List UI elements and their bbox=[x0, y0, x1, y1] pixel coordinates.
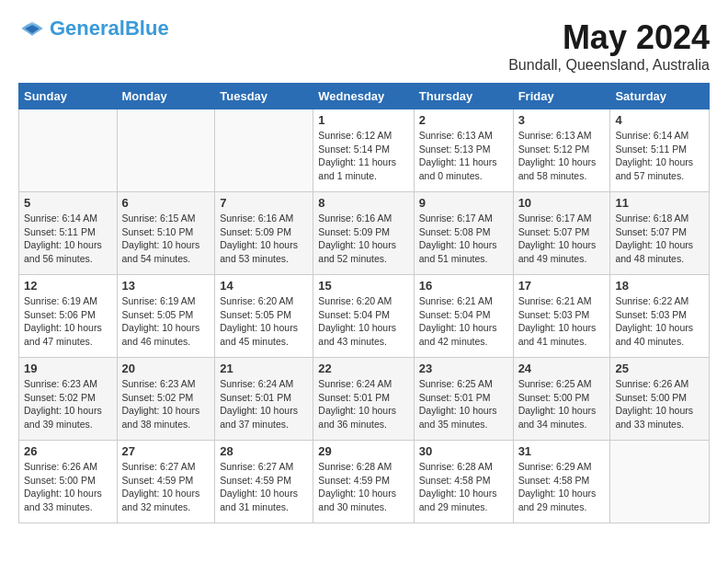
day-cell-29: 27Sunrise: 6:27 AMSunset: 4:59 PMDayligh… bbox=[117, 441, 215, 523]
weekday-thursday: Thursday bbox=[414, 84, 513, 109]
day-cell-32: 30Sunrise: 6:28 AMSunset: 4:58 PMDayligh… bbox=[414, 441, 513, 523]
day-info: Sunrise: 6:23 AMSunset: 5:02 PMDaylight:… bbox=[122, 377, 210, 431]
day-number: 20 bbox=[122, 362, 210, 375]
weekday-monday: Monday bbox=[117, 84, 215, 109]
day-cell-10: 8Sunrise: 6:16 AMSunset: 5:09 PMDaylight… bbox=[313, 192, 414, 275]
day-info: Sunrise: 6:16 AMSunset: 5:09 PMDaylight:… bbox=[318, 212, 408, 266]
day-info: Sunrise: 6:26 AMSunset: 5:00 PMDaylight:… bbox=[24, 460, 112, 514]
calendar-table: SundayMondayTuesdayWednesdayThursdayFrid… bbox=[18, 83, 710, 523]
day-number: 31 bbox=[518, 444, 606, 458]
day-info: Sunrise: 6:18 AMSunset: 5:07 PMDaylight:… bbox=[615, 212, 704, 266]
day-cell-7: 5Sunrise: 6:14 AMSunset: 5:11 PMDaylight… bbox=[19, 192, 118, 275]
day-cell-12: 10Sunrise: 6:17 AMSunset: 5:07 PMDayligh… bbox=[513, 192, 610, 275]
weekday-saturday: Saturday bbox=[610, 84, 710, 109]
weekday-wednesday: Wednesday bbox=[313, 84, 414, 109]
day-number: 28 bbox=[220, 444, 308, 458]
day-cell-6: 4Sunrise: 6:14 AMSunset: 5:11 PMDaylight… bbox=[610, 109, 710, 192]
day-number: 15 bbox=[318, 279, 408, 293]
day-cell-34 bbox=[610, 441, 710, 523]
title-area: May 2024 Bundall, Queensland, Australia bbox=[508, 18, 710, 74]
day-cell-27: 25Sunrise: 6:26 AMSunset: 5:00 PMDayligh… bbox=[610, 358, 710, 441]
day-info: Sunrise: 6:24 AMSunset: 5:01 PMDaylight:… bbox=[220, 377, 308, 431]
day-number: 18 bbox=[615, 279, 704, 293]
day-cell-31: 29Sunrise: 6:28 AMSunset: 4:59 PMDayligh… bbox=[313, 441, 414, 523]
day-number: 25 bbox=[615, 362, 704, 375]
day-number: 23 bbox=[419, 362, 508, 375]
day-info: Sunrise: 6:21 AMSunset: 5:03 PMDaylight:… bbox=[518, 294, 606, 349]
weekday-sunday: Sunday bbox=[19, 84, 118, 109]
day-number: 17 bbox=[518, 279, 606, 293]
day-number: 4 bbox=[615, 113, 704, 127]
day-info: Sunrise: 6:13 AMSunset: 5:12 PMDaylight:… bbox=[518, 129, 606, 183]
day-cell-8: 6Sunrise: 6:15 AMSunset: 5:10 PMDaylight… bbox=[117, 192, 215, 275]
day-info: Sunrise: 6:26 AMSunset: 5:00 PMDaylight:… bbox=[615, 377, 704, 431]
day-cell-20: 18Sunrise: 6:22 AMSunset: 5:03 PMDayligh… bbox=[610, 275, 710, 358]
day-number: 22 bbox=[318, 362, 408, 375]
weekday-header-row: SundayMondayTuesdayWednesdayThursdayFrid… bbox=[19, 84, 710, 109]
day-info: Sunrise: 6:27 AMSunset: 4:59 PMDaylight:… bbox=[122, 460, 210, 514]
day-number: 27 bbox=[122, 444, 210, 458]
day-number: 16 bbox=[419, 279, 508, 293]
week-row-5: 26Sunrise: 6:26 AMSunset: 5:00 PMDayligh… bbox=[19, 441, 710, 523]
day-cell-19: 17Sunrise: 6:21 AMSunset: 5:03 PMDayligh… bbox=[513, 275, 610, 358]
day-cell-13: 11Sunrise: 6:18 AMSunset: 5:07 PMDayligh… bbox=[610, 192, 710, 275]
day-number: 9 bbox=[419, 196, 508, 210]
day-number: 3 bbox=[518, 113, 606, 127]
day-number: 14 bbox=[220, 279, 308, 293]
day-cell-22: 20Sunrise: 6:23 AMSunset: 5:02 PMDayligh… bbox=[117, 358, 215, 441]
day-info: Sunrise: 6:25 AMSunset: 5:00 PMDaylight:… bbox=[518, 377, 606, 431]
day-info: Sunrise: 6:28 AMSunset: 4:59 PMDaylight:… bbox=[318, 460, 408, 514]
day-number: 29 bbox=[318, 444, 408, 458]
day-number: 11 bbox=[615, 196, 704, 210]
day-cell-0 bbox=[19, 109, 118, 192]
day-info: Sunrise: 6:21 AMSunset: 5:04 PMDaylight:… bbox=[419, 294, 508, 349]
day-cell-30: 28Sunrise: 6:27 AMSunset: 4:59 PMDayligh… bbox=[215, 441, 313, 523]
week-row-3: 12Sunrise: 6:19 AMSunset: 5:06 PMDayligh… bbox=[19, 275, 710, 358]
day-cell-21: 19Sunrise: 6:23 AMSunset: 5:02 PMDayligh… bbox=[19, 358, 118, 441]
weekday-friday: Friday bbox=[513, 84, 610, 109]
day-number: 13 bbox=[122, 279, 210, 293]
month-title: May 2024 bbox=[508, 18, 710, 57]
day-info: Sunrise: 6:20 AMSunset: 5:05 PMDaylight:… bbox=[220, 294, 308, 349]
day-number: 7 bbox=[220, 196, 308, 210]
day-info: Sunrise: 6:17 AMSunset: 5:07 PMDaylight:… bbox=[518, 212, 606, 266]
day-info: Sunrise: 6:14 AMSunset: 5:11 PMDaylight:… bbox=[615, 129, 704, 183]
logo-text: GeneralBlue bbox=[50, 17, 169, 40]
day-cell-9: 7Sunrise: 6:16 AMSunset: 5:09 PMDaylight… bbox=[215, 192, 313, 275]
day-cell-3: 1Sunrise: 6:12 AMSunset: 5:14 PMDaylight… bbox=[313, 109, 414, 192]
day-info: Sunrise: 6:15 AMSunset: 5:10 PMDaylight:… bbox=[122, 212, 210, 266]
day-number: 2 bbox=[419, 113, 508, 127]
day-cell-24: 22Sunrise: 6:24 AMSunset: 5:01 PMDayligh… bbox=[313, 358, 414, 441]
day-number: 26 bbox=[24, 444, 112, 458]
day-info: Sunrise: 6:24 AMSunset: 5:01 PMDaylight:… bbox=[318, 377, 408, 431]
week-row-2: 5Sunrise: 6:14 AMSunset: 5:11 PMDaylight… bbox=[19, 192, 710, 275]
day-info: Sunrise: 6:12 AMSunset: 5:14 PMDaylight:… bbox=[318, 129, 408, 183]
day-cell-25: 23Sunrise: 6:25 AMSunset: 5:01 PMDayligh… bbox=[414, 358, 513, 441]
day-cell-11: 9Sunrise: 6:17 AMSunset: 5:08 PMDaylight… bbox=[414, 192, 513, 275]
weekday-tuesday: Tuesday bbox=[215, 84, 313, 109]
calendar-body: 1Sunrise: 6:12 AMSunset: 5:14 PMDaylight… bbox=[19, 109, 710, 523]
day-info: Sunrise: 6:25 AMSunset: 5:01 PMDaylight:… bbox=[419, 377, 508, 431]
day-cell-17: 15Sunrise: 6:20 AMSunset: 5:04 PMDayligh… bbox=[313, 275, 414, 358]
day-info: Sunrise: 6:20 AMSunset: 5:04 PMDaylight:… bbox=[318, 294, 408, 349]
week-row-4: 19Sunrise: 6:23 AMSunset: 5:02 PMDayligh… bbox=[19, 358, 710, 441]
day-info: Sunrise: 6:27 AMSunset: 4:59 PMDaylight:… bbox=[220, 460, 308, 514]
day-info: Sunrise: 6:16 AMSunset: 5:09 PMDaylight:… bbox=[220, 212, 308, 266]
day-cell-26: 24Sunrise: 6:25 AMSunset: 5:00 PMDayligh… bbox=[513, 358, 610, 441]
day-cell-28: 26Sunrise: 6:26 AMSunset: 5:00 PMDayligh… bbox=[19, 441, 118, 523]
day-cell-4: 2Sunrise: 6:13 AMSunset: 5:13 PMDaylight… bbox=[414, 109, 513, 192]
day-info: Sunrise: 6:19 AMSunset: 5:06 PMDaylight:… bbox=[24, 294, 112, 349]
day-cell-15: 13Sunrise: 6:19 AMSunset: 5:05 PMDayligh… bbox=[117, 275, 215, 358]
day-number: 1 bbox=[318, 113, 408, 127]
page-header: GeneralBlue May 2024 Bundall, Queensland… bbox=[18, 18, 710, 74]
day-cell-5: 3Sunrise: 6:13 AMSunset: 5:12 PMDaylight… bbox=[513, 109, 610, 192]
day-number: 8 bbox=[318, 196, 408, 210]
day-info: Sunrise: 6:28 AMSunset: 4:58 PMDaylight:… bbox=[419, 460, 508, 514]
day-number: 5 bbox=[24, 196, 112, 210]
day-number: 24 bbox=[518, 362, 606, 375]
day-cell-1 bbox=[117, 109, 215, 192]
day-number: 19 bbox=[24, 362, 112, 375]
day-info: Sunrise: 6:13 AMSunset: 5:13 PMDaylight:… bbox=[419, 129, 508, 183]
day-number: 30 bbox=[419, 444, 508, 458]
day-info: Sunrise: 6:17 AMSunset: 5:08 PMDaylight:… bbox=[419, 212, 508, 266]
